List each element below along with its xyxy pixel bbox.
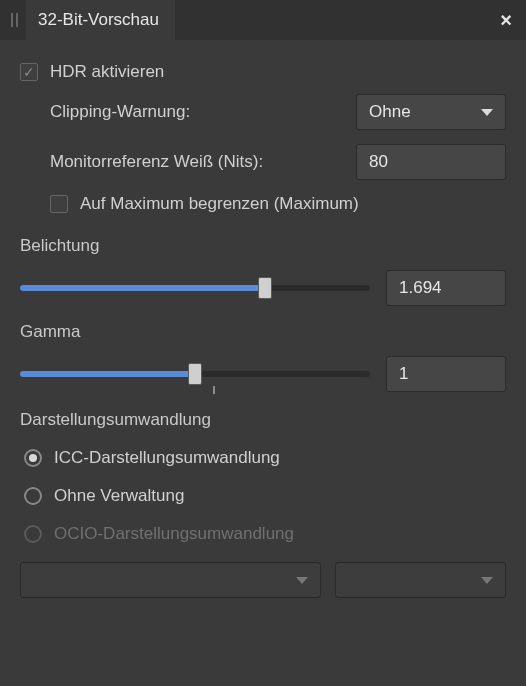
ocio-select-2[interactable]	[335, 562, 506, 598]
close-icon[interactable]: ×	[500, 0, 512, 40]
panel-body: HDR aktivieren Clipping-Warnung: Ohne Mo…	[0, 40, 526, 616]
hdr-settings-group: Clipping-Warnung: Ohne Monitorreferenz W…	[20, 94, 506, 214]
ocio-select-1[interactable]	[20, 562, 321, 598]
render-option-icc-label: ICC-Darstellungsumwandlung	[54, 448, 280, 468]
limit-max-row[interactable]: Auf Maximum begrenzen (Maximum)	[50, 194, 506, 214]
ocio-select-row	[20, 562, 506, 598]
exposure-slider[interactable]	[20, 276, 370, 300]
render-option-icc-radio[interactable]	[24, 449, 42, 467]
render-option-ocio-radio	[24, 525, 42, 543]
monitor-white-input[interactable]: 80	[356, 144, 506, 180]
slider-thumb[interactable]	[188, 363, 202, 385]
chevron-down-icon	[481, 109, 493, 116]
hdr-activate-label: HDR aktivieren	[50, 62, 164, 82]
drag-grip-icon[interactable]	[0, 13, 18, 27]
chevron-down-icon	[296, 577, 308, 584]
exposure-slider-row: 1.694	[20, 270, 506, 306]
exposure-value-input[interactable]: 1.694	[386, 270, 506, 306]
hdr-activate-row[interactable]: HDR aktivieren	[20, 62, 506, 82]
render-option-icc-row[interactable]: ICC-Darstellungsumwandlung	[20, 448, 506, 468]
gamma-value: 1	[399, 364, 408, 384]
monitor-white-label: Monitorreferenz Weiß (Nits):	[50, 152, 263, 172]
monitor-white-row: Monitorreferenz Weiß (Nits): 80	[50, 144, 506, 180]
gamma-slider-row: 1	[20, 356, 506, 392]
exposure-value: 1.694	[399, 278, 442, 298]
chevron-down-icon	[481, 577, 493, 584]
render-transform-title: Darstellungsumwandlung	[20, 410, 506, 430]
clipping-warning-select[interactable]: Ohne	[356, 94, 506, 130]
monitor-white-value: 80	[369, 152, 388, 172]
render-option-none-label: Ohne Verwaltung	[54, 486, 184, 506]
clipping-warning-row: Clipping-Warnung: Ohne	[50, 94, 506, 130]
render-option-none-row[interactable]: Ohne Verwaltung	[20, 486, 506, 506]
slider-fill	[20, 371, 195, 377]
slider-fill	[20, 285, 265, 291]
slider-thumb[interactable]	[258, 277, 272, 299]
hdr-activate-checkbox[interactable]	[20, 63, 38, 81]
limit-max-checkbox[interactable]	[50, 195, 68, 213]
slider-tick	[213, 386, 215, 394]
render-option-ocio-row: OCIO-Darstellungsumwandlung	[20, 524, 506, 544]
gamma-title: Gamma	[20, 322, 506, 342]
gamma-value-input[interactable]: 1	[386, 356, 506, 392]
render-option-none-radio[interactable]	[24, 487, 42, 505]
render-option-ocio-label: OCIO-Darstellungsumwandlung	[54, 524, 294, 544]
panel-tab[interactable]: 32-Bit-Vorschau	[26, 0, 175, 40]
panel-header: 32-Bit-Vorschau ×	[0, 0, 526, 40]
clipping-warning-label: Clipping-Warnung:	[50, 102, 190, 122]
clipping-warning-value: Ohne	[369, 102, 411, 122]
gamma-slider[interactable]	[20, 362, 370, 386]
panel-title: 32-Bit-Vorschau	[38, 10, 159, 30]
limit-max-label: Auf Maximum begrenzen (Maximum)	[80, 194, 359, 214]
exposure-title: Belichtung	[20, 236, 506, 256]
